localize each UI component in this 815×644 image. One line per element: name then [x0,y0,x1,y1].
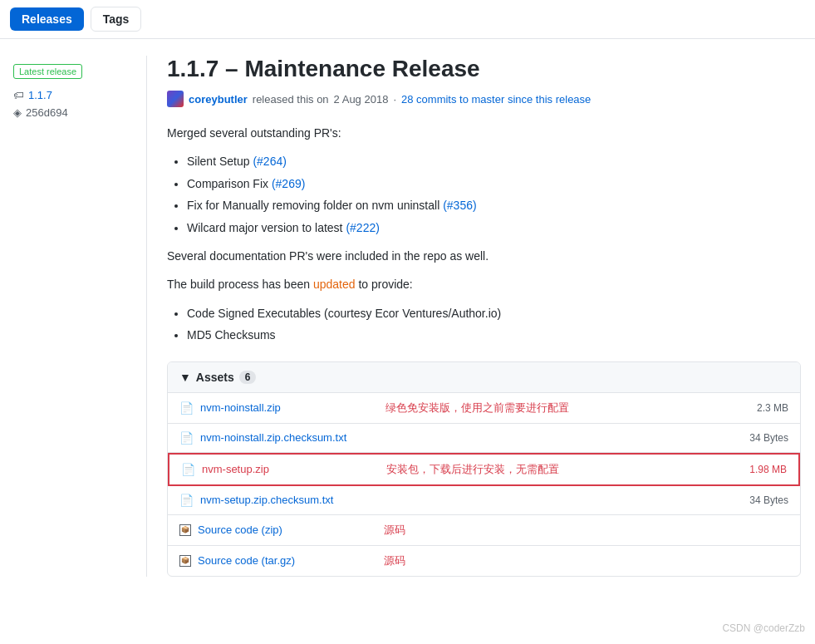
asset-row-6: 📦 Source code (tar.gz) 源码 [168,546,800,576]
latest-release-badge: Latest release [13,64,82,79]
asset-link-1[interactable]: nvm-noinstall.zip [200,401,372,414]
build-highlight: updated [313,278,356,291]
asset-link-3[interactable]: nvm-setup.zip [202,463,373,475]
asset-row-2: 📄 nvm-noinstall.zip.checksum.txt 34 Byte… [168,424,800,453]
asset-row-4: 📄 nvm-setup.zip.checksum.txt 34 Bytes [168,486,800,515]
list-item: Fix for Manually removing folder on nvm … [187,196,801,214]
asset-size-1: 2.3 MB [730,402,788,414]
build-item-2: MD5 Checksums [187,326,801,344]
avatar [167,91,184,107]
asset-annotation-5: 源码 [384,523,730,538]
list-item: Wilcard major version to latest (#222) [187,219,801,237]
separator: · [393,93,396,106]
source-icon-5: 📦 [179,524,191,536]
build-text-before: The build process has been [167,278,313,291]
release-meta: coreybutler released this on 2 Aug 2018 … [167,91,801,107]
asset-annotation-6: 源码 [384,553,730,568]
assets-label: Assets [196,371,234,384]
sidebar: Latest release 🏷 1.1.7 ◈ 256d694 [13,56,146,577]
asset-link-5[interactable]: Source code (zip) [198,524,371,536]
list-item: Comparison Fix (#269) [187,175,801,193]
asset-link-6[interactable]: Source code (tar.gz) [198,554,371,567]
item-text-3: Fix for Manually removing folder on nvm … [187,199,443,212]
assets-header[interactable]: ▼ Assets 6 [168,362,800,393]
release-body: Merged several outstanding PR's: Silent … [167,124,801,345]
asset-size-3: 1.98 MB [729,464,787,475]
build-item-1: Code Signed Executables (courtesy Ecor V… [187,304,801,322]
release-date: 2 Aug 2018 [334,93,389,106]
item-text-2: Comparison Fix [187,177,272,190]
triangle-icon: ▼ [179,371,191,384]
source-icon-6: 📦 [179,555,191,567]
pr-link-356[interactable]: (#356) [443,199,476,212]
commits-link[interactable]: 28 commits to master since this release [401,93,591,106]
file-icon-1: 📄 [179,401,194,415]
asset-link-2[interactable]: nvm-noinstall.zip.checksum.txt [200,431,372,444]
commit-icon: ◈ [13,106,22,119]
file-icon-3: 📄 [181,463,195,476]
version-label[interactable]: 1.1.7 [28,89,52,101]
body-build: The build process has been updated to pr… [167,275,801,293]
main-container: Latest release 🏷 1.1.7 ◈ 256d694 1.1.7 –… [0,39,814,593]
releases-tab[interactable]: Releases [10,7,84,31]
item-text-4: Wilcard major version to latest [187,221,346,234]
assets-count: 6 [239,371,257,384]
assets-section: ▼ Assets 6 📄 nvm-noinstall.zip 绿色免安装版，使用… [167,361,801,577]
item-text-1: Silent Setup [187,155,253,168]
pr-link-222[interactable]: (#222) [346,221,379,234]
pr-link-264[interactable]: (#264) [253,155,286,168]
asset-row-5: 📦 Source code (zip) 源码 [168,515,800,546]
build-list: Code Signed Executables (courtesy Ecor V… [167,304,801,345]
pr-list: Silent Setup (#264) Comparison Fix (#269… [167,152,801,237]
asset-row-1: 📄 nvm-noinstall.zip 绿色免安装版，使用之前需要进行配置 2.… [168,393,800,424]
tabs-bar: Releases Tags [0,0,815,39]
released-text: released this on [253,93,329,106]
tags-tab[interactable]: Tags [91,7,142,32]
asset-annotation-1: 绿色免安装版，使用之前需要进行配置 [385,401,730,415]
asset-size-4: 34 Bytes [730,494,788,506]
username-link[interactable]: coreybutler [189,93,248,106]
pr-link-269[interactable]: (#269) [272,177,305,190]
sidebar-version: 🏷 1.1.7 [13,89,146,101]
asset-row-3: 📄 nvm-setup.zip 安装包，下载后进行安装，无需配置 1.98 MB [168,453,800,486]
list-item: Silent Setup (#264) [187,152,801,170]
release-content: 1.1.7 – Maintenance Release coreybutler … [146,56,801,577]
asset-link-4[interactable]: nvm-setup.zip.checksum.txt [200,494,372,506]
file-icon-4: 📄 [179,494,194,507]
asset-size-2: 34 Bytes [730,432,788,444]
sidebar-commit: ◈ 256d694 [13,106,146,119]
tag-icon: 🏷 [13,89,24,101]
body-middle: Several documentation PR's were included… [167,247,801,265]
release-title: 1.1.7 – Maintenance Release [167,56,801,82]
body-intro: Merged several outstanding PR's: [167,124,801,142]
file-icon-2: 📄 [179,431,194,445]
commit-hash[interactable]: 256d694 [26,106,68,119]
asset-annotation-3: 安装包，下载后进行安装，无需配置 [386,462,729,477]
build-text-after: to provide: [356,278,413,291]
